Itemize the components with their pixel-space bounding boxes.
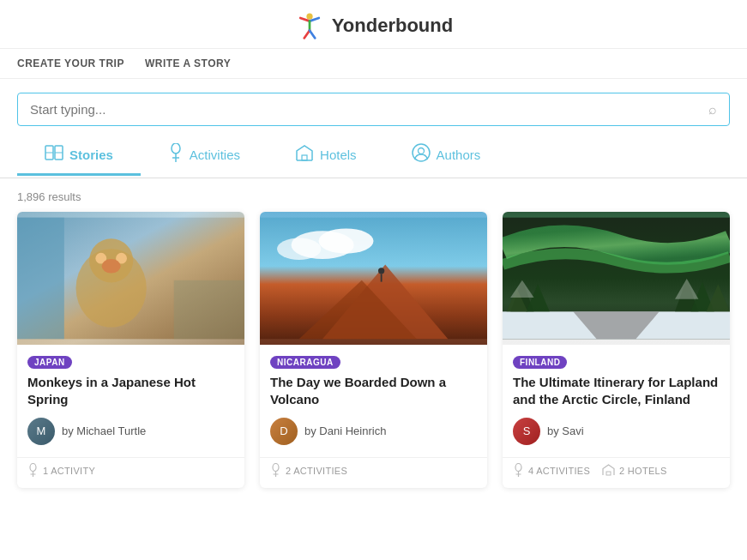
nav-create-trip[interactable]: CREATE YOUR TRIP	[17, 57, 124, 69]
svg-point-25	[30, 463, 36, 471]
card-3-footer-text-0: 4 ACTIVITIES	[528, 466, 590, 476]
logo-text: Yonderbound	[332, 15, 453, 37]
nav-bar: CREATE YOUR TRIP WRITE A STORY	[0, 49, 747, 79]
card-3-avatar: S	[513, 418, 540, 445]
tab-authors-label: Authors	[437, 148, 481, 162]
svg-point-10	[172, 143, 180, 154]
card-1-body: JAPAN Monkeys in a Japanese Hot Spring M…	[17, 345, 244, 457]
tab-hotels-label: Hotels	[320, 148, 357, 162]
logo-icon	[294, 10, 325, 41]
card-2-image	[260, 212, 487, 345]
card-1-country: JAPAN	[27, 356, 72, 369]
svg-point-0	[306, 14, 312, 20]
tab-stories[interactable]: Stories	[17, 138, 141, 176]
search-area: ⌕	[0, 79, 747, 126]
results-text: 1,896 results	[17, 190, 81, 203]
activity-icon-2	[270, 463, 281, 479]
nav-write-story[interactable]: WRITE A STORY	[145, 57, 231, 69]
card-3-image	[503, 212, 730, 345]
card-3-body: FINLAND The Ultimate Itinerary for Lapla…	[503, 345, 730, 457]
card-3-footer: 4 ACTIVITIES 2 HOTELS	[503, 457, 730, 488]
card-1-avatar: M	[27, 418, 55, 445]
tab-activities-label: Activities	[190, 148, 240, 162]
card-3-footer-text-1: 2 HOTELS	[619, 466, 667, 476]
search-input[interactable]	[18, 93, 696, 125]
activity-icon-3	[513, 463, 524, 479]
activities-icon	[168, 143, 184, 166]
svg-point-22	[102, 259, 121, 273]
card-2-footer-text-0: 2 ACTIVITIES	[286, 466, 347, 476]
activity-icon-1	[27, 463, 39, 479]
tab-activities[interactable]: Activities	[141, 136, 268, 178]
card-2-title: The Day we Boarded Down a Volcano	[270, 374, 477, 409]
card-2-author: by Dani Heinrich	[304, 425, 386, 437]
card-1-author: by Michael Turtle	[62, 425, 146, 437]
svg-point-16	[418, 148, 424, 154]
card-3-country: FINLAND	[513, 356, 567, 369]
card-3-title: The Ultimate Itinerary for Lapland and t…	[513, 374, 720, 409]
hotels-icon	[295, 144, 314, 166]
card-1-title: Monkeys in a Japanese Hot Spring	[27, 374, 234, 409]
svg-line-5	[310, 30, 315, 38]
cards-grid: JAPAN Monkeys in a Japanese Hot Spring M…	[0, 212, 747, 505]
search-button[interactable]: ⌕	[696, 95, 729, 124]
results-count: 1,896 results	[0, 178, 747, 212]
card-1-author-row: M by Michael Turtle	[27, 418, 234, 445]
svg-point-36	[273, 463, 279, 471]
card-2-footer: 2 ACTIVITIES	[260, 457, 487, 488]
svg-point-50	[515, 463, 521, 471]
card-1[interactable]: JAPAN Monkeys in a Japanese Hot Spring M…	[17, 212, 244, 488]
card-2-avatar: D	[270, 418, 298, 445]
svg-rect-23	[17, 218, 64, 340]
card-3-author: by Savi	[547, 425, 584, 437]
svg-point-34	[378, 268, 384, 274]
svg-point-31	[277, 238, 321, 260]
card-1-image	[17, 212, 244, 345]
card-1-footer: 1 ACTIVITY	[17, 457, 244, 488]
card-3-footer-item-0: 4 ACTIVITIES	[513, 463, 590, 479]
stories-icon	[45, 145, 63, 165]
card-2-body: NICARAGUA The Day we Boarded Down a Volc…	[260, 345, 487, 457]
card-2-country: NICARAGUA	[270, 356, 340, 369]
svg-point-30	[319, 228, 374, 253]
tab-authors[interactable]: Authors	[384, 136, 509, 178]
card-2-footer-item-0: 2 ACTIVITIES	[270, 463, 347, 479]
tab-hotels[interactable]: Hotels	[268, 137, 384, 177]
card-3[interactable]: FINLAND The Ultimate Itinerary for Lapla…	[503, 212, 730, 488]
svg-rect-24	[174, 280, 244, 340]
card-1-footer-text-0: 1 ACTIVITY	[43, 466, 95, 476]
card-2[interactable]: NICARAGUA The Day we Boarded Down a Volc…	[260, 212, 487, 488]
header: Yonderbound	[0, 0, 747, 49]
card-3-author-row: S by Savi	[513, 418, 720, 445]
svg-rect-53	[606, 472, 611, 475]
hotel-icon-3	[602, 464, 615, 479]
search-wrapper: ⌕	[17, 93, 730, 126]
logo-area: Yonderbound	[294, 10, 453, 41]
svg-rect-13	[302, 155, 307, 160]
authors-icon	[412, 143, 431, 166]
tabs-area: Stories Activities Hotels	[0, 126, 747, 178]
card-1-footer-item-0: 1 ACTIVITY	[27, 463, 95, 479]
card-2-author-row: D by Dani Heinrich	[270, 418, 477, 445]
tab-stories-label: Stories	[69, 148, 113, 162]
svg-line-4	[304, 30, 310, 38]
card-3-footer-item-1: 2 HOTELS	[602, 464, 667, 479]
